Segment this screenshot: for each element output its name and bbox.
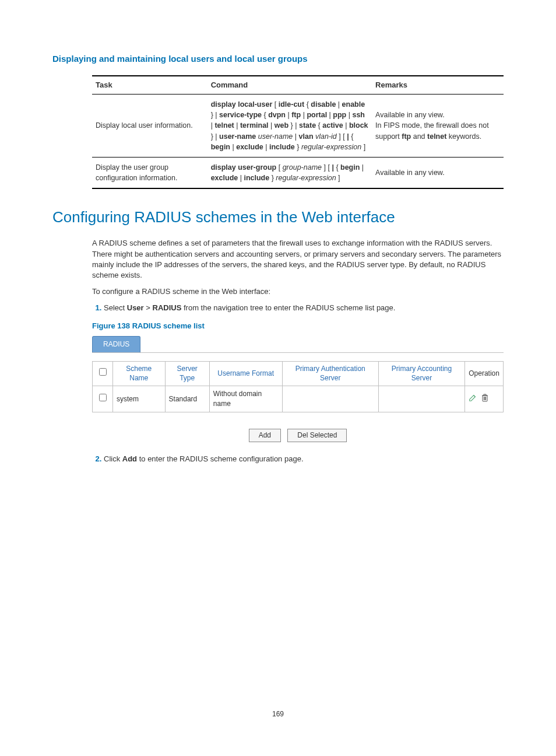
steps-list: Select User > RADIUS from the navigation… [92,303,504,313]
del-selected-button[interactable]: Del Selected [287,429,347,442]
cell-scheme-name: system [113,386,166,412]
button-row: Add Del Selected [92,429,504,442]
table-row: Display the user group configuration inf… [92,157,504,188]
col-remarks: Remarks [372,76,504,94]
col-scheme-name: Scheme Name [113,361,166,386]
cell-primary-acct [378,386,464,412]
col-server-type: Server Type [165,361,209,386]
cell-command: display user-group [ group-name ] [ | { … [207,157,372,188]
command-reference-table: Task Command Remarks Display local user … [92,75,504,189]
col-operation: Operation [465,361,504,386]
figure-caption: Figure 138 RADIUS scheme list [92,321,504,331]
cell-primary-auth [282,386,378,412]
col-command: Command [207,76,372,94]
cell-task: Display local user information. [92,94,207,158]
select-all-checkbox-cell[interactable] [93,361,113,386]
cell-task: Display the user group configuration inf… [92,157,207,188]
cell-command: display local-user [ idle-cut { disable … [207,94,372,158]
col-primary-acct: Primary Accounting Server [378,361,464,386]
tab-radius[interactable]: RADIUS [92,336,140,352]
row-checkbox-cell[interactable] [93,386,113,412]
section-heading-local-users: Displaying and maintaining local users a… [52,52,504,65]
col-task: Task [92,76,207,94]
cell-server-type: Standard [165,386,209,412]
row-checkbox[interactable] [99,394,107,401]
table-row: system Standard Without domain name [93,386,504,412]
select-all-checkbox[interactable] [99,368,107,376]
radius-scheme-table: Scheme Name Server Type Username Format … [92,361,504,412]
steps-list-cont: Click Add to enter the RADIUS scheme con… [92,454,504,464]
cell-username-format: Without domain name [209,386,282,412]
col-username-format: Username Format [209,361,282,386]
radius-scheme-list-ui: RADIUS Scheme Name Server Type Username … [92,336,504,442]
cell-operation [465,386,504,412]
paragraph-radius-steps-intro: To configure a RADIUS scheme in the Web … [92,286,504,297]
heading-configuring-radius: Configuring RADIUS schemes in the Web in… [52,206,504,228]
col-primary-auth: Primary Authentication Server [282,361,378,386]
cell-remarks: Available in any view.In FIPS mode, the … [372,94,504,158]
trash-icon[interactable] [481,394,488,405]
page-number: 169 [52,709,504,719]
step-1: Select User > RADIUS from the navigation… [104,303,504,313]
cell-remarks: Available in any view. [372,157,504,188]
edit-icon[interactable] [469,394,477,405]
table-row: Display local user information. display … [92,94,504,158]
add-button[interactable]: Add [249,429,281,442]
step-2: Click Add to enter the RADIUS scheme con… [104,454,504,464]
paragraph-radius-intro: A RADIUS scheme defines a set of paramet… [92,238,504,281]
